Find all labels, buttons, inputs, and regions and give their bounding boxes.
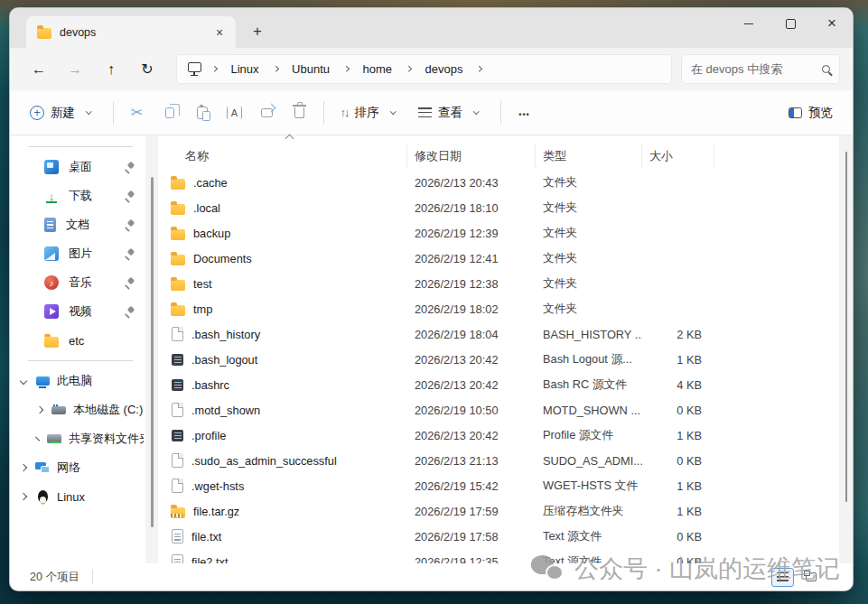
sort-button[interactable]: 排序 <box>331 98 410 127</box>
minimize-button[interactable] <box>728 8 770 39</box>
breadcrumb[interactable]: Linux Ubuntu home devops <box>176 54 672 84</box>
file-name-cell[interactable]: Documents <box>158 251 407 265</box>
search-input[interactable] <box>691 62 822 76</box>
sidebar-tree-item[interactable]: 此电脑 <box>12 367 144 395</box>
file-name: .wget-hsts <box>191 479 244 493</box>
pin-icon[interactable] <box>125 307 135 317</box>
table-row[interactable]: .cache 2026/2/13 20:43 文件夹 <box>158 170 839 195</box>
file-name-cell[interactable]: file.txt <box>158 529 407 544</box>
table-row[interactable]: file2.txt 2026/2/19 12:35 Text 源文件 0 KB <box>158 549 839 563</box>
file-name-cell[interactable]: .bashrc <box>158 378 407 392</box>
sidebar-tree-item[interactable]: 共享资料文件夹 <box>12 424 144 453</box>
file-size: 0 KB <box>642 404 714 417</box>
search-box[interactable] <box>681 54 840 84</box>
table-row[interactable]: .bash_logout 2026/2/13 20:42 Bash Logout… <box>158 347 839 372</box>
expander-chevron-icon[interactable] <box>20 377 27 385</box>
file-name-cell[interactable]: .local <box>158 200 407 215</box>
breadcrumb-item[interactable]: home <box>356 59 400 79</box>
file-name-cell[interactable]: file2.txt <box>158 554 407 563</box>
scrollbar-thumb[interactable] <box>845 152 848 502</box>
new-button[interactable]: 新建 <box>21 98 106 127</box>
sidebar-item[interactable]: 桌面 <box>12 153 144 181</box>
more-button[interactable] <box>509 98 541 127</box>
close-button[interactable] <box>811 8 853 39</box>
forward-button[interactable]: → <box>59 55 91 84</box>
details-view-button[interactable] <box>771 568 794 587</box>
expander-chevron-icon[interactable] <box>20 464 27 471</box>
sidebar-item[interactable]: 文档 <box>12 210 144 239</box>
list-scrollbar[interactable] <box>839 135 853 563</box>
table-row[interactable]: .bash_history 2026/2/19 18:04 BASH_HISTO… <box>158 321 839 347</box>
file-type: SUDO_AS_ADMI... <box>536 454 642 468</box>
file-name-cell[interactable]: tmp <box>158 302 407 316</box>
thumbnail-view-button[interactable] <box>799 568 822 587</box>
sidebar-tree-item[interactable]: Linux <box>12 482 144 511</box>
file-name-cell[interactable]: backup <box>158 226 407 240</box>
table-row[interactable]: .local 2026/2/19 18:10 文件夹 <box>158 195 839 220</box>
pin-icon[interactable] <box>125 278 135 288</box>
table-row[interactable]: file.tar.gz 2026/2/19 17:59 压缩存档文件夹 1 KB <box>158 498 839 524</box>
table-row[interactable]: .bashrc 2026/2/13 20:42 Bash RC 源文件 4 KB <box>158 372 839 397</box>
column-header-type[interactable]: 类型 <box>536 144 642 168</box>
expander-chevron-icon[interactable] <box>20 493 27 500</box>
share-button[interactable] <box>251 98 284 127</box>
sidebar-item[interactable]: 图片 <box>12 239 144 268</box>
pin-icon[interactable] <box>125 249 135 259</box>
column-header-name[interactable]: 名称 <box>158 144 407 168</box>
sidebar-scrollbar[interactable] <box>145 135 158 563</box>
file-name-cell[interactable]: .sudo_as_admin_successful <box>158 453 407 468</box>
tab-devops[interactable]: devops <box>26 16 236 48</box>
up-button[interactable]: ↑ <box>95 55 127 84</box>
expander-chevron-icon[interactable] <box>35 437 40 441</box>
back-button[interactable]: ← <box>23 55 55 84</box>
copy-button[interactable] <box>154 98 186 127</box>
file-name-cell[interactable]: .bash_logout <box>158 353 407 367</box>
maximize-button[interactable] <box>770 8 811 39</box>
refresh-button[interactable]: ↻ <box>131 55 163 84</box>
column-header-date[interactable]: 修改日期 <box>407 144 536 168</box>
rename-button[interactable] <box>219 98 251 127</box>
scrollbar-thumb[interactable] <box>151 177 154 527</box>
tab-close-icon[interactable] <box>210 23 229 42</box>
pin-icon[interactable] <box>125 163 135 172</box>
file-name-cell[interactable]: .wget-hsts <box>158 479 407 493</box>
column-header-size[interactable]: 大小 <box>642 144 714 168</box>
delete-button[interactable] <box>284 98 316 127</box>
breadcrumb-item[interactable]: Ubuntu <box>285 59 337 79</box>
table-row[interactable]: file.txt 2026/2/19 17:58 Text 源文件 0 KB <box>158 524 839 549</box>
new-tab-button[interactable] <box>243 19 272 44</box>
sidebar-tree-item[interactable]: 本地磁盘 (C:) <box>12 395 144 424</box>
view-button[interactable]: 查看 <box>409 98 493 127</box>
file-name-cell[interactable]: .cache <box>158 175 407 190</box>
sidebar-item[interactable]: 视频 <box>12 297 144 326</box>
sidebar-item[interactable]: 下载 <box>12 181 144 210</box>
sidebar-item[interactable]: 音乐 <box>12 268 144 297</box>
file-name-cell[interactable]: test <box>158 276 407 291</box>
pin-icon[interactable] <box>125 191 135 201</box>
sidebar-item-label: 此电脑 <box>57 373 92 389</box>
table-row[interactable]: .motd_shown 2026/2/19 10:50 MOTD_SHOWN .… <box>158 397 839 423</box>
table-row[interactable]: Documents 2026/2/19 12:41 文件夹 <box>158 246 839 271</box>
table-row[interactable]: .wget-hsts 2026/2/19 15:42 WGET-HSTS 文件 … <box>158 473 839 498</box>
file-name-cell[interactable]: file.tar.gz <box>158 504 407 518</box>
file-name-cell[interactable]: .motd_shown <box>158 403 407 417</box>
file-name-cell[interactable]: .profile <box>158 429 407 442</box>
table-row[interactable]: .profile 2026/2/13 20:42 Profile 源文件 1 K… <box>158 423 839 448</box>
preview-button[interactable]: 预览 <box>779 98 842 127</box>
breadcrumb-item[interactable]: devops <box>418 59 471 79</box>
cut-button[interactable] <box>121 98 154 127</box>
pin-icon[interactable] <box>125 220 135 230</box>
sidebar-tree-item[interactable]: 网络 <box>12 453 144 482</box>
table-row[interactable]: .sudo_as_admin_successful 2026/2/13 21:1… <box>158 448 839 473</box>
breadcrumb-item[interactable]: Linux <box>224 59 266 79</box>
sidebar-item[interactable]: etc <box>12 326 144 355</box>
expander-chevron-icon[interactable] <box>36 406 43 414</box>
file-type-icon <box>172 403 183 417</box>
this-pc-icon[interactable] <box>188 62 201 72</box>
search-icon <box>822 65 830 73</box>
table-row[interactable]: test 2026/2/19 12:38 文件夹 <box>158 271 839 296</box>
table-row[interactable]: tmp 2026/2/19 18:02 文件夹 <box>158 296 839 321</box>
file-name-cell[interactable]: .bash_history <box>158 327 407 341</box>
paste-button[interactable] <box>186 98 219 127</box>
table-row[interactable]: backup 2026/2/19 12:39 文件夹 <box>158 220 839 246</box>
